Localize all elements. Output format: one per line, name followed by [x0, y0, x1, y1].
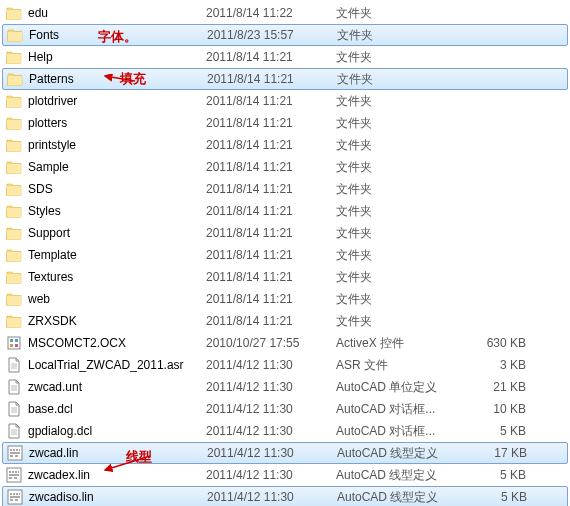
- file-name: base.dcl: [28, 402, 73, 416]
- folder-icon: [6, 93, 22, 109]
- file-size: 3 KB: [466, 358, 526, 372]
- file-row[interactable]: Template2011/8/14 11:21文件夹: [2, 244, 568, 266]
- folder-icon: [6, 203, 22, 219]
- file-name: zwcadex.lin: [28, 468, 90, 482]
- folder-icon: [7, 27, 23, 43]
- file-date: 2011/4/12 11:30: [207, 490, 337, 504]
- folder-icon: [6, 159, 22, 175]
- file-date: 2011/8/14 11:21: [206, 226, 336, 240]
- file-type: AutoCAD 线型定义: [336, 467, 466, 484]
- file-name: web: [28, 292, 50, 306]
- file-name: LocalTrial_ZWCAD_2011.asr: [28, 358, 184, 372]
- file-name: ZRXSDK: [28, 314, 77, 328]
- file-row[interactable]: ZRXSDK2011/8/14 11:21文件夹: [2, 310, 568, 332]
- file-row[interactable]: Patterns2011/8/14 11:21文件夹: [2, 68, 568, 90]
- file-row[interactable]: zwcad.unt2011/4/12 11:30AutoCAD 单位定义21 K…: [2, 376, 568, 398]
- file-type: 文件夹: [336, 93, 466, 110]
- file-size: 630 KB: [466, 336, 526, 350]
- file-size: 10 KB: [466, 402, 526, 416]
- file-name: plotters: [28, 116, 67, 130]
- file-row[interactable]: zwcadiso.lin2011/4/12 11:30AutoCAD 线型定义5…: [2, 486, 568, 506]
- file-type: 文件夹: [336, 5, 466, 22]
- folder-icon: [6, 291, 22, 307]
- file-icon: [6, 467, 22, 483]
- file-row[interactable]: Help2011/8/14 11:21文件夹: [2, 46, 568, 68]
- file-date: 2011/8/14 11:21: [207, 72, 337, 86]
- file-row[interactable]: base.dcl2011/4/12 11:30AutoCAD 对话框...10 …: [2, 398, 568, 420]
- file-row[interactable]: plotdriver2011/8/14 11:21文件夹: [2, 90, 568, 112]
- file-name: Sample: [28, 160, 69, 174]
- file-name: SDS: [28, 182, 53, 196]
- file-date: 2011/4/12 11:30: [206, 402, 336, 416]
- file-row[interactable]: Sample2011/8/14 11:21文件夹: [2, 156, 568, 178]
- file-list[interactable]: edu2011/8/14 11:22文件夹Fonts2011/8/23 15:5…: [0, 0, 570, 506]
- file-date: 2011/8/14 11:21: [206, 248, 336, 262]
- file-size: 5 KB: [466, 468, 526, 482]
- file-row[interactable]: Support2011/8/14 11:21文件夹: [2, 222, 568, 244]
- file-row[interactable]: gpdialog.dcl2011/4/12 11:30AutoCAD 对话框..…: [2, 420, 568, 442]
- file-date: 2011/8/14 11:21: [206, 292, 336, 306]
- file-row[interactable]: LocalTrial_ZWCAD_2011.asr2011/4/12 11:30…: [2, 354, 568, 376]
- file-type: 文件夹: [336, 225, 466, 242]
- file-date: 2011/4/12 11:30: [207, 446, 337, 460]
- file-date: 2011/8/14 11:21: [206, 160, 336, 174]
- folder-icon: [6, 49, 22, 65]
- file-row[interactable]: MSCOMCT2.OCX2010/10/27 17:55ActiveX 控件63…: [2, 332, 568, 354]
- file-type: 文件夹: [336, 291, 466, 308]
- svg-rect-2: [15, 339, 18, 342]
- file-type: AutoCAD 对话框...: [336, 401, 466, 418]
- file-date: 2011/8/14 11:22: [206, 6, 336, 20]
- file-name: Template: [28, 248, 77, 262]
- svg-rect-4: [15, 344, 18, 347]
- file-name: Patterns: [29, 72, 74, 86]
- file-date: 2011/8/14 11:21: [206, 94, 336, 108]
- file-row[interactable]: web2011/8/14 11:21文件夹: [2, 288, 568, 310]
- file-name: zwcadiso.lin: [29, 490, 94, 504]
- file-type: 文件夹: [336, 269, 466, 286]
- file-size: 5 KB: [466, 424, 526, 438]
- file-row[interactable]: zwcad.lin2011/4/12 11:30AutoCAD 线型定义17 K…: [2, 442, 568, 464]
- file-type: ActiveX 控件: [336, 335, 466, 352]
- file-row[interactable]: edu2011/8/14 11:22文件夹: [2, 2, 568, 24]
- file-type: 文件夹: [336, 137, 466, 154]
- svg-rect-1: [10, 339, 13, 342]
- file-name: zwcad.unt: [28, 380, 82, 394]
- file-name: MSCOMCT2.OCX: [28, 336, 126, 350]
- file-row[interactable]: printstyle2011/8/14 11:21文件夹: [2, 134, 568, 156]
- file-type: 文件夹: [337, 27, 467, 44]
- file-type: AutoCAD 单位定义: [336, 379, 466, 396]
- folder-icon: [6, 5, 22, 21]
- file-date: 2011/8/14 11:21: [206, 50, 336, 64]
- file-type: 文件夹: [336, 203, 466, 220]
- file-date: 2011/8/14 11:21: [206, 182, 336, 196]
- file-row[interactable]: Textures2011/8/14 11:21文件夹: [2, 266, 568, 288]
- file-type: ASR 文件: [336, 357, 466, 374]
- file-name: Textures: [28, 270, 73, 284]
- file-row[interactable]: zwcadex.lin2011/4/12 11:30AutoCAD 线型定义5 …: [2, 464, 568, 486]
- file-row[interactable]: SDS2011/8/14 11:21文件夹: [2, 178, 568, 200]
- file-date: 2011/4/12 11:30: [206, 380, 336, 394]
- file-row[interactable]: Styles2011/8/14 11:21文件夹: [2, 200, 568, 222]
- file-name: plotdriver: [28, 94, 77, 108]
- file-icon: [6, 357, 22, 373]
- folder-icon: [6, 225, 22, 241]
- file-type: 文件夹: [336, 159, 466, 176]
- folder-icon: [6, 313, 22, 329]
- file-date: 2011/8/14 11:21: [206, 204, 336, 218]
- file-date: 2010/10/27 17:55: [206, 336, 336, 350]
- file-name: zwcad.lin: [29, 446, 78, 460]
- file-date: 2011/4/12 11:30: [206, 424, 336, 438]
- file-name: Styles: [28, 204, 61, 218]
- file-type: 文件夹: [336, 49, 466, 66]
- file-name: printstyle: [28, 138, 76, 152]
- folder-icon: [6, 137, 22, 153]
- file-row[interactable]: Fonts2011/8/23 15:57文件夹: [2, 24, 568, 46]
- file-size: 17 KB: [467, 446, 527, 460]
- folder-icon: [6, 181, 22, 197]
- file-name: Fonts: [29, 28, 59, 42]
- file-date: 2011/8/14 11:21: [206, 116, 336, 130]
- folder-icon: [7, 71, 23, 87]
- file-type: 文件夹: [336, 313, 466, 330]
- file-row[interactable]: plotters2011/8/14 11:21文件夹: [2, 112, 568, 134]
- svg-rect-3: [10, 344, 13, 347]
